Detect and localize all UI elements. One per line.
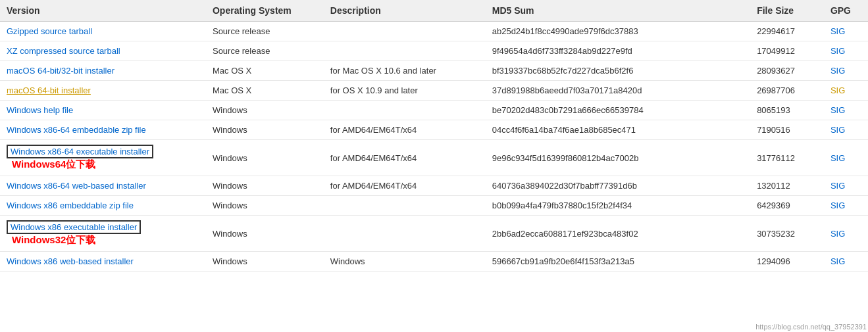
table-row: Windows x86-64 web-based installerWindow… bbox=[0, 176, 868, 196]
size-cell: 31776112 bbox=[750, 140, 824, 176]
os-cell: Windows bbox=[206, 196, 324, 216]
desc-cell bbox=[324, 196, 486, 216]
gpg-link[interactable]: SIG bbox=[830, 181, 845, 191]
os-cell: Windows bbox=[206, 252, 324, 272]
size-cell: 30735232 bbox=[750, 216, 824, 252]
gpg-link[interactable]: SIG bbox=[830, 46, 845, 56]
desc-cell: for OS X 10.9 and later bbox=[324, 81, 486, 101]
version-link[interactable]: Windows x86 executable installer bbox=[11, 222, 137, 232]
size-cell: 26987706 bbox=[750, 81, 824, 101]
table-row: macOS 64-bit/32-bit installerMac OS Xfor… bbox=[0, 61, 868, 81]
md5-cell: be70202d483c0b7291a666ec66539784 bbox=[486, 101, 750, 120]
desc-cell: Windows bbox=[324, 252, 486, 272]
gpg-link[interactable]: SIG bbox=[830, 229, 845, 239]
os-cell: Windows bbox=[206, 216, 324, 252]
version-link[interactable]: Windows x86 embeddable zip file bbox=[7, 201, 134, 210]
os-cell: Mac OS X bbox=[206, 81, 324, 101]
gpg-link[interactable]: SIG bbox=[830, 153, 845, 163]
gpg-link[interactable]: SIG bbox=[830, 26, 845, 36]
md5-cell: 640736a3894022d30f7babff77391d6b bbox=[486, 176, 750, 196]
os-cell: Source release bbox=[206, 41, 324, 61]
size-cell: 17049912 bbox=[750, 41, 824, 61]
size-cell: 7190516 bbox=[750, 120, 824, 140]
version-link[interactable]: XZ compressed source tarball bbox=[7, 46, 120, 56]
header-md5: MD5 Sum bbox=[486, 0, 750, 22]
os-cell: Windows bbox=[206, 140, 324, 176]
md5-cell: 9f49654a4d6f733ff3284ab9d227e9fd bbox=[486, 41, 750, 61]
size-cell: 1294096 bbox=[750, 252, 824, 272]
version-link[interactable]: Gzipped source tarball bbox=[7, 26, 92, 36]
desc-cell bbox=[324, 101, 486, 120]
version-link[interactable]: Windows x86-64 web-based installer bbox=[7, 181, 146, 191]
gpg-link[interactable]: SIG bbox=[830, 85, 845, 95]
desc-cell bbox=[324, 216, 486, 252]
version-link[interactable]: Windows x86-64 embeddable zip file bbox=[7, 125, 146, 135]
md5-cell: 37d891988b6aeedd7f03a70171a8420d bbox=[486, 81, 750, 101]
size-cell: 22994617 bbox=[750, 22, 824, 41]
desc-cell: for AMD64/EM64T/x64 bbox=[324, 120, 486, 140]
table-body: Gzipped source tarballSource releaseab25… bbox=[0, 22, 868, 272]
md5-cell: ab25d24b1f8cc4990ade979f6dc37883 bbox=[486, 22, 750, 41]
table-row: Windows x86 web-based installerWindowsWi… bbox=[0, 252, 868, 272]
os-cell: Mac OS X bbox=[206, 61, 324, 81]
md5-cell: b0b099a4fa479fb37880c15f2b2f4f34 bbox=[486, 196, 750, 216]
version-link[interactable]: macOS 64-bit/32-bit installer bbox=[7, 66, 115, 76]
gpg-link[interactable]: SIG bbox=[830, 256, 845, 266]
desc-cell: for Mac OS X 10.6 and later bbox=[324, 61, 486, 81]
gpg-link[interactable]: SIG bbox=[830, 66, 845, 76]
desc-cell bbox=[324, 22, 486, 41]
gpg-link[interactable]: SIG bbox=[830, 125, 845, 135]
download-table: Version Operating System Description MD5… bbox=[0, 0, 868, 272]
header-version: Version bbox=[0, 0, 206, 22]
desc-cell: for AMD64/EM64T/x64 bbox=[324, 176, 486, 196]
table-row: Windows x86 embeddable zip fileWindowsb0… bbox=[0, 196, 868, 216]
size-cell: 28093627 bbox=[750, 61, 824, 81]
table-header: Version Operating System Description MD5… bbox=[0, 0, 868, 22]
table-row: macOS 64-bit installerMac OS Xfor OS X 1… bbox=[0, 81, 868, 101]
annotation-label: Windows32位下载 bbox=[12, 234, 95, 245]
md5-cell: 9e96c934f5d16399f860812b4ac7002b bbox=[486, 140, 750, 176]
table-row: Windows x86-64 embeddable zip fileWindow… bbox=[0, 120, 868, 140]
gpg-link[interactable]: SIG bbox=[830, 201, 845, 210]
table-row: Windows x86 executable installerWindows3… bbox=[0, 216, 868, 252]
header-os: Operating System bbox=[206, 0, 324, 22]
table-row: XZ compressed source tarballSource relea… bbox=[0, 41, 868, 61]
header-desc: Description bbox=[324, 0, 486, 22]
version-link[interactable]: Windows x86-64 executable installer bbox=[11, 147, 149, 156]
os-cell: Windows bbox=[206, 120, 324, 140]
table-row: Gzipped source tarballSource releaseab25… bbox=[0, 22, 868, 41]
table-row: Windows x86-64 executable installerWindo… bbox=[0, 140, 868, 176]
md5-cell: 04cc4f6f6a14ba74f6ae1a8b685ec471 bbox=[486, 120, 750, 140]
size-cell: 6429369 bbox=[750, 196, 824, 216]
annotation-label: Windows64位下载 bbox=[12, 158, 95, 170]
desc-cell: for AMD64/EM64T/x64 bbox=[324, 140, 486, 176]
size-cell: 8065193 bbox=[750, 101, 824, 120]
header-gpg: GPG bbox=[824, 0, 868, 22]
size-cell: 1320112 bbox=[750, 176, 824, 196]
md5-cell: 596667cb91a9fb20e6f4f153f3a213a5 bbox=[486, 252, 750, 272]
md5-cell: bf319337bc68b52fc7d227dca5b6f2f6 bbox=[486, 61, 750, 81]
version-link[interactable]: Windows help file bbox=[7, 105, 73, 115]
table-row: Windows help fileWindowsbe70202d483c0b72… bbox=[0, 101, 868, 120]
os-cell: Source release bbox=[206, 22, 324, 41]
gpg-link[interactable]: SIG bbox=[830, 105, 845, 115]
os-cell: Windows bbox=[206, 176, 324, 196]
os-cell: Windows bbox=[206, 101, 324, 120]
header-size: File Size bbox=[750, 0, 824, 22]
md5-cell: 2bb6ad2ecca6088171ef923bca483f02 bbox=[486, 216, 750, 252]
desc-cell bbox=[324, 41, 486, 61]
version-link[interactable]: macOS 64-bit installer bbox=[7, 85, 91, 95]
version-link[interactable]: Windows x86 web-based installer bbox=[7, 256, 134, 266]
